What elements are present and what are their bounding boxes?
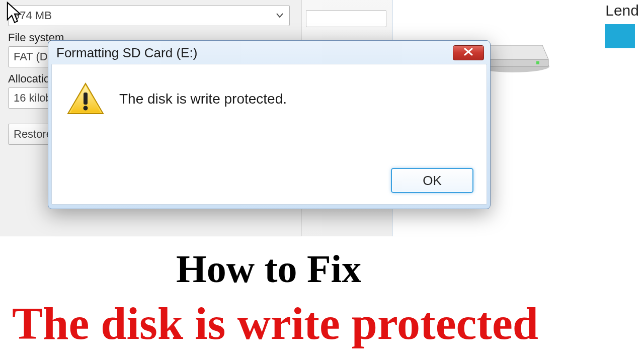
error-message: The disk is write protected. xyxy=(119,91,287,107)
error-dialog: Formatting SD Card (E:) xyxy=(48,40,491,209)
search-input[interactable] xyxy=(306,10,386,27)
capacity-combo[interactable]: 974 MB xyxy=(8,5,290,26)
drive-label: Lend xyxy=(605,2,639,19)
dialog-title: Formatting SD Card (E:) xyxy=(56,45,453,61)
svg-point-3 xyxy=(84,106,88,111)
tutorial-caption-line2: The disk is write protected xyxy=(12,297,538,350)
chevron-down-icon xyxy=(271,7,288,25)
ok-button[interactable]: OK xyxy=(391,168,473,193)
ok-label: OK xyxy=(423,173,442,189)
warning-icon xyxy=(67,82,104,116)
close-icon xyxy=(463,48,473,58)
svg-rect-2 xyxy=(84,93,88,105)
dialog-body: The disk is write protected. OK xyxy=(51,64,487,205)
tutorial-caption-line1: How to Fix xyxy=(176,246,361,292)
close-button[interactable] xyxy=(453,45,484,60)
svg-rect-1 xyxy=(536,61,539,64)
cursor-icon xyxy=(6,1,23,24)
media-icon xyxy=(605,24,635,48)
dialog-titlebar[interactable]: Formatting SD Card (E:) xyxy=(51,44,487,62)
